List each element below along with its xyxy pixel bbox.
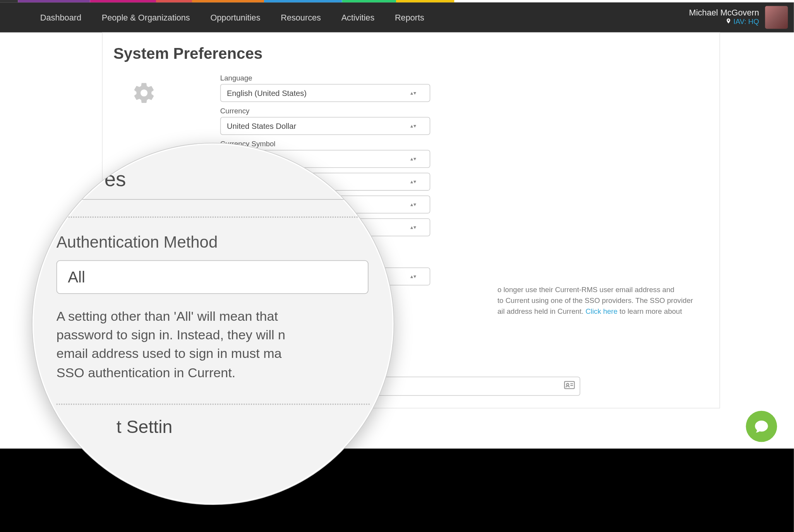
auth-method-label: Authentication Method	[57, 233, 370, 252]
chevron-updown-icon: ▴▾	[410, 156, 417, 162]
chevron-updown-icon: ▴▾	[410, 202, 417, 207]
nav-opportunities[interactable]: Opportunities	[200, 2, 271, 33]
page-title: System Preferences	[113, 44, 709, 63]
currency-select[interactable]: United States Dollar ▴▾	[220, 117, 430, 135]
user-block[interactable]: Michael McGovern IAV: HQ	[689, 8, 759, 27]
nav-activities[interactable]: Activities	[331, 2, 384, 33]
avatar[interactable]	[765, 6, 788, 29]
user-location[interactable]: IAV: HQ	[689, 17, 759, 27]
language-label: Language	[220, 74, 538, 82]
nav-reports[interactable]: Reports	[385, 2, 435, 33]
sso-help-text: o longer use their Current-RMS user emai…	[497, 284, 698, 317]
auth-method-select[interactable]: All	[57, 260, 369, 294]
chat-launcher[interactable]	[746, 411, 777, 442]
chevron-updown-icon: ▴▾	[410, 90, 417, 96]
chevron-updown-icon: ▴▾	[410, 179, 417, 185]
click-here-link[interactable]: Click here	[585, 307, 617, 316]
nav-dashboard[interactable]: Dashboard	[30, 2, 92, 33]
top-navbar: Dashboard People & Organizations Opportu…	[0, 2, 794, 33]
auth-method-description: A setting other than 'All' will mean tha…	[57, 307, 370, 382]
chevron-updown-icon: ▴▾	[410, 123, 417, 129]
language-select[interactable]: English (United States) ▴▾	[220, 84, 430, 102]
contact-card-icon[interactable]	[564, 381, 575, 392]
chevron-updown-icon: ▴▾	[410, 224, 417, 230]
chevron-updown-icon: ▴▾	[410, 274, 417, 279]
currency-symbol-label: Currency Symbol	[220, 140, 538, 148]
mag-fragment-settings: t Settin	[117, 417, 370, 437]
currency-label: Currency	[220, 107, 538, 115]
zoom-magnifier: es Authentication Method All A setting o…	[32, 143, 394, 505]
nav-people-organizations[interactable]: People & Organizations	[91, 2, 200, 33]
location-pin-icon	[725, 17, 732, 27]
gear-icon	[132, 81, 156, 107]
nav-resources[interactable]: Resources	[271, 2, 331, 33]
chat-icon	[754, 419, 769, 434]
user-name: Michael McGovern	[689, 8, 759, 17]
svg-point-1	[566, 383, 569, 386]
